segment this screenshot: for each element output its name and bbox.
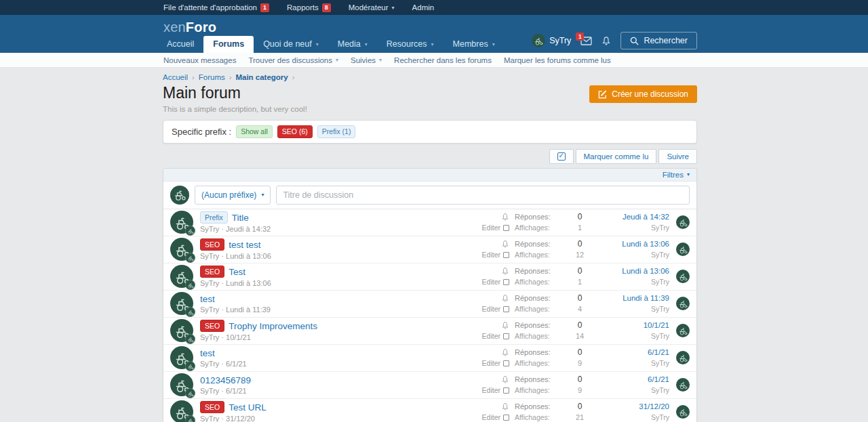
thread-title-link[interactable]: test [200, 294, 215, 304]
thread-title-link[interactable]: Test [229, 267, 245, 277]
subnav-new-posts[interactable]: Nouveaux messages [163, 56, 236, 64]
edit-thread-control[interactable]: Editer [482, 386, 509, 394]
last-post-date[interactable]: Lundi à 13:06 [622, 267, 669, 275]
thread-starter-avatar[interactable] [170, 346, 193, 369]
thread-starter-avatar[interactable] [170, 292, 193, 315]
thread-select-checkbox[interactable] [503, 360, 509, 366]
mark-read-button[interactable]: Marquer comme lu [576, 149, 657, 164]
last-post-author[interactable]: SyTry [651, 278, 669, 286]
thread-title-link[interactable]: Test URL [229, 402, 267, 413]
thread-starter-avatar[interactable] [170, 211, 193, 234]
edit-thread-control[interactable]: Editer [482, 359, 509, 367]
thread-select-checkbox[interactable] [503, 279, 509, 285]
tab-resources[interactable]: Resources [377, 36, 443, 53]
search-button[interactable]: Rechercher [620, 32, 697, 49]
last-post-date[interactable]: Jeudi à 14:32 [623, 213, 669, 221]
subnav-find-threads[interactable]: Trouver des discussions [248, 56, 338, 64]
subnav-search-forums[interactable]: Rechercher dans les forums [394, 56, 492, 64]
last-post-date[interactable]: 10/1/21 [644, 321, 669, 329]
reports-link[interactable]: Rapports 8 [287, 3, 331, 12]
thread-starter-avatar[interactable] [170, 400, 193, 422]
conversations-button[interactable]: 1 [580, 37, 592, 45]
site-logo[interactable]: xenForo [163, 20, 216, 35]
prefix-show-all-badge[interactable]: Show all [236, 125, 273, 138]
thread-select-checkbox[interactable] [503, 415, 509, 421]
thread-title-link[interactable]: test [200, 348, 215, 358]
thread-title-link[interactable]: Trophy Improvements [229, 321, 317, 331]
thread-byline[interactable]: SyTry · 6/1/21 [200, 360, 482, 368]
watch-bell-icon[interactable] [501, 240, 509, 249]
edit-thread-control[interactable]: Editer [482, 278, 509, 286]
thread-starter-avatar[interactable] [170, 319, 193, 342]
prefix-prefix-badge[interactable]: Prefix (1) [317, 125, 356, 138]
tab-home[interactable]: Accueil [157, 36, 203, 53]
thread-byline[interactable]: SyTry · 31/12/20 [200, 415, 482, 422]
approval-queue-link[interactable]: File d'attente d'approbation 1 [163, 3, 269, 12]
filters-menu[interactable]: Filtres [663, 171, 690, 179]
thread-select-checkbox[interactable] [503, 333, 509, 339]
last-post-author[interactable]: SyTry [651, 413, 669, 421]
edit-thread-control[interactable]: Editer [482, 224, 509, 232]
thread-byline[interactable]: SyTry · Lundi à 13:06 [200, 252, 482, 260]
thread-title-input[interactable] [276, 186, 690, 205]
last-post-date[interactable]: 31/12/20 [639, 402, 669, 410]
thread-prefix-badge[interactable]: SEO [200, 266, 224, 278]
last-post-author[interactable]: SyTry [651, 386, 669, 394]
subnav-watched[interactable]: Suivies [351, 56, 382, 64]
watch-bell-icon[interactable] [501, 213, 509, 221]
thread-byline[interactable]: SyTry · 6/1/21 [200, 387, 482, 395]
thread-title-link[interactable]: 0123456789 [200, 375, 251, 385]
edit-thread-control[interactable]: Editer [482, 413, 509, 421]
edit-thread-control[interactable]: Editer [482, 305, 509, 313]
last-poster-avatar[interactable] [676, 378, 690, 392]
last-poster-avatar[interactable] [676, 270, 690, 283]
create-thread-button[interactable]: Créer une discussion [589, 85, 697, 103]
thread-select-checkbox[interactable] [503, 306, 509, 312]
watch-bell-icon[interactable] [501, 375, 509, 384]
thread-byline[interactable]: SyTry · Jeudi à 14:32 [200, 225, 482, 233]
last-post-date[interactable]: Lundi à 13:06 [622, 240, 669, 248]
watch-bell-icon[interactable] [501, 348, 509, 357]
thread-prefix-badge[interactable]: Prefix [200, 211, 228, 224]
thread-prefix-badge[interactable]: SEO [200, 320, 224, 333]
subnav-mark-forums-read[interactable]: Marquer les forums comme lus [504, 56, 611, 64]
select-all-button[interactable] [549, 149, 574, 164]
thread-title-link[interactable]: test test [229, 240, 260, 250]
thread-starter-avatar[interactable] [170, 238, 193, 261]
breadcrumb-forums[interactable]: Forums [199, 73, 225, 81]
edit-thread-control[interactable]: Editer [482, 332, 509, 340]
tab-whats-new[interactable]: Quoi de neuf [254, 36, 328, 53]
moderator-menu[interactable]: Modérateur [349, 3, 395, 12]
thread-byline[interactable]: SyTry · Lundi à 13:06 [200, 279, 482, 287]
last-post-date[interactable]: 6/1/21 [648, 375, 669, 383]
last-post-date[interactable]: 6/1/21 [648, 348, 669, 356]
breadcrumb-home[interactable]: Accueil [163, 73, 188, 81]
watch-bell-icon[interactable] [501, 321, 509, 330]
thread-prefix-badge[interactable]: SEO [200, 401, 224, 414]
tab-members[interactable]: Membres [443, 36, 505, 53]
edit-thread-control[interactable]: Editer [482, 251, 509, 259]
last-poster-avatar[interactable] [676, 405, 690, 419]
thread-starter-avatar[interactable] [170, 265, 193, 288]
thread-select-checkbox[interactable] [503, 387, 509, 394]
follow-button[interactable]: Suivre [658, 149, 697, 164]
last-post-author[interactable]: SyTry [651, 359, 669, 367]
prefix-seo-badge[interactable]: SEO (6) [277, 125, 313, 138]
admin-link[interactable]: Admin [412, 3, 435, 12]
last-poster-avatar[interactable] [676, 215, 690, 229]
thread-select-checkbox[interactable] [503, 225, 509, 231]
thread-starter-avatar[interactable] [170, 373, 193, 396]
tab-media[interactable]: Media [328, 36, 377, 53]
tab-forums[interactable]: Forums [203, 36, 254, 53]
watch-bell-icon[interactable] [501, 402, 509, 411]
breadcrumb-category[interactable]: Main category [235, 73, 288, 81]
last-poster-avatar[interactable] [676, 297, 690, 310]
last-post-date[interactable]: Lundi à 11:39 [623, 294, 669, 302]
last-poster-avatar[interactable] [676, 242, 690, 256]
thread-prefix-badge[interactable]: SEO [200, 238, 224, 251]
watch-bell-icon[interactable] [501, 294, 509, 303]
last-post-author[interactable]: SyTry [651, 305, 669, 313]
last-poster-avatar[interactable] [676, 324, 690, 337]
thread-byline[interactable]: SyTry · 10/1/21 [200, 333, 482, 341]
last-post-author[interactable]: SyTry [651, 332, 669, 340]
